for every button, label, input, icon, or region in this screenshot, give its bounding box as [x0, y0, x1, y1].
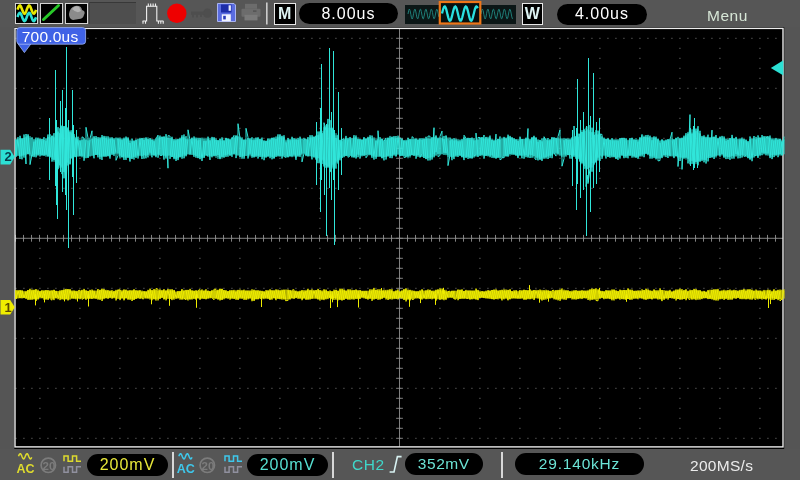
svg-text:AC: AC [17, 462, 35, 476]
svg-text:700.0us: 700.0us [22, 28, 79, 45]
svg-text:2: 2 [5, 149, 12, 164]
svg-text:20: 20 [43, 460, 56, 472]
svg-text:1: 1 [5, 300, 12, 315]
svg-text:20: 20 [202, 460, 215, 472]
svg-text:AC: AC [177, 462, 195, 476]
